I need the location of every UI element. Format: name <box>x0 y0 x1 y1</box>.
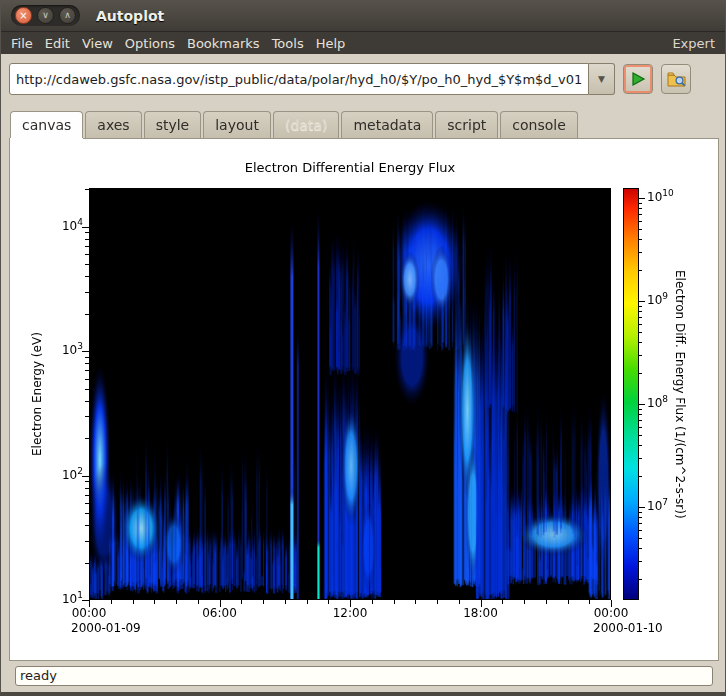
window-title: Autoplot <box>96 8 164 24</box>
tab-data[interactable]: (data) <box>273 111 339 138</box>
dropdown-arrow-icon: ▼ <box>598 74 605 84</box>
play-icon <box>630 71 646 87</box>
tab-metadata[interactable]: metadata <box>341 111 433 138</box>
y-tick-label: 104 <box>39 217 83 233</box>
folder-search-icon <box>667 71 686 88</box>
chevron-down-icon: ∨ <box>42 11 49 20</box>
tab-script[interactable]: script <box>435 111 498 138</box>
canvas-panel: Electron Differential Energy Flux Electr… <box>9 138 719 661</box>
tab-axes[interactable]: axes <box>85 111 141 138</box>
menu-edit[interactable]: Edit <box>39 35 76 52</box>
colorbar-label: Electron Diff. Energy Flux (1/(cm^2-s-sr… <box>673 188 687 600</box>
minimize-button[interactable]: ∨ <box>37 7 54 24</box>
close-icon: × <box>19 11 27 21</box>
uri-input[interactable] <box>9 63 589 95</box>
go-button[interactable] <box>623 64 653 94</box>
colorbar-tick-label: 1010 <box>647 188 674 204</box>
menu-bookmarks[interactable]: Bookmarks <box>181 35 266 52</box>
x-date-label: 2000-01-10 <box>593 621 663 635</box>
autoplot-window: × ∨ ∧ Autoplot File Edit View Options Bo… <box>0 0 726 696</box>
statusbar: ready <box>1 661 725 692</box>
uri-dropdown-button[interactable]: ▼ <box>589 63 615 95</box>
x-tick-label: 00:00 <box>67 606 111 620</box>
x-tick-label: 18:00 <box>459 606 503 620</box>
y-tick-label: 101 <box>39 590 83 606</box>
x-date-label: 2000-01-09 <box>71 621 141 635</box>
plot-title: Electron Differential Energy Flux <box>89 160 611 175</box>
x-tick-label: 06:00 <box>198 606 242 620</box>
colorbar-tick-label: 107 <box>647 497 668 513</box>
colorbar-tick-label: 109 <box>647 291 668 307</box>
address-row: ▼ <box>1 54 725 104</box>
x-tick-label: 00:00 <box>589 606 633 620</box>
maximize-button[interactable]: ∧ <box>59 7 76 24</box>
expert-mode-label[interactable]: Expert <box>662 35 725 52</box>
plot-canvas[interactable] <box>10 139 718 660</box>
menu-file[interactable]: File <box>5 35 39 52</box>
y-tick-label: 103 <box>39 341 83 357</box>
window-controls: × ∨ ∧ <box>11 5 80 26</box>
browse-button[interactable] <box>661 64 691 94</box>
colorbar-tick-label: 108 <box>647 394 668 410</box>
menu-view[interactable]: View <box>76 35 119 52</box>
chevron-up-icon: ∧ <box>64 11 71 20</box>
tab-console[interactable]: console <box>500 111 578 138</box>
x-tick-label: 12:00 <box>328 606 372 620</box>
menubar: File Edit View Options Bookmarks Tools H… <box>1 32 725 54</box>
tab-canvas[interactable]: canvas <box>10 111 83 138</box>
status-message: ready <box>15 666 713 686</box>
tab-style[interactable]: style <box>144 111 202 138</box>
titlebar: × ∨ ∧ Autoplot <box>1 0 725 32</box>
y-axis-label: Electron Energy (eV) <box>30 188 44 600</box>
tab-bar: canvas axes style layout (data) metadata… <box>1 104 725 138</box>
menu-options[interactable]: Options <box>119 35 181 52</box>
uri-combobox: ▼ <box>9 63 615 95</box>
tab-layout[interactable]: layout <box>203 111 271 138</box>
y-tick-label: 102 <box>39 466 83 482</box>
close-button[interactable]: × <box>15 7 32 24</box>
menu-help[interactable]: Help <box>310 35 352 52</box>
menu-tools[interactable]: Tools <box>266 35 310 52</box>
